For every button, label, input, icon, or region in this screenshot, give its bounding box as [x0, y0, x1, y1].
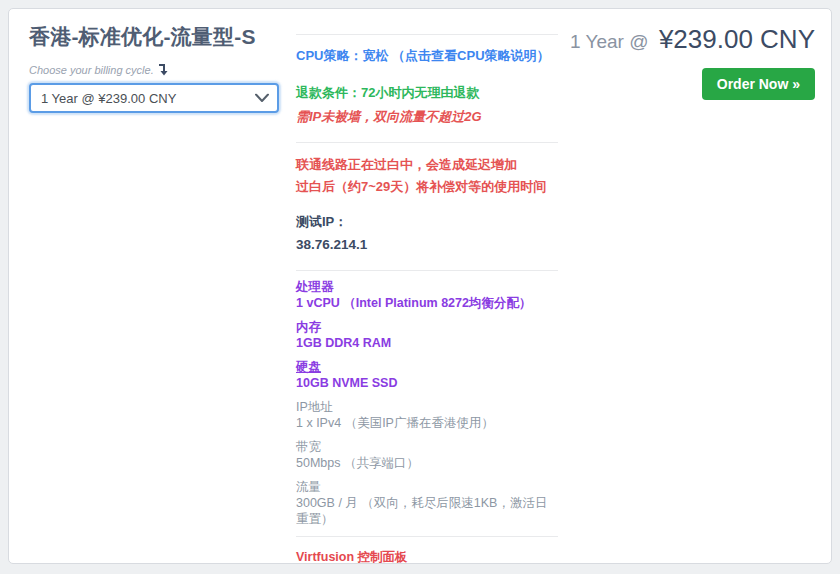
divider	[296, 270, 558, 271]
price-cycle: 1 Year @	[570, 31, 648, 52]
level-down-icon	[158, 64, 169, 76]
product-card: 香港-标准优化-流量型-S Choose your billing cycle.…	[8, 8, 832, 564]
product-details-column: CPU策略：宽松 （点击查看CPU策略说明） 退款条件：72小时内无理由退款 需…	[296, 9, 558, 563]
billing-caption: Choose your billing cycle.	[29, 64, 279, 76]
spec-disk-label[interactable]: 硬盘	[296, 359, 558, 375]
test-ip-value: 38.76.214.1	[296, 237, 558, 254]
spec-ram-label: 内存	[296, 319, 558, 335]
divider	[296, 34, 558, 35]
billing-caption-text: Choose your billing cycle.	[29, 64, 154, 76]
billing-column: 香港-标准优化-流量型-S Choose your billing cycle.…	[29, 9, 279, 563]
refund-condition-line: 需IP未被墙，双向流量不超过2G	[296, 109, 558, 125]
spec-bandwidth-label: 带宽	[296, 439, 558, 455]
spec-ram: 内存 1GB DDR4 RAM	[296, 319, 558, 351]
cpu-policy-line: CPU策略：宽松 （点击查看CPU策略说明）	[296, 48, 558, 64]
spec-disk-value: 10GB NVME SSD	[296, 375, 558, 391]
spec-ram-value: 1GB DDR4 RAM	[296, 335, 558, 351]
refund-policy-line: 退款条件：72小时内无理由退款	[296, 85, 558, 101]
product-title: 香港-标准优化-流量型-S	[29, 23, 279, 51]
pricing-column: 1 Year @ ¥239.00 CNY Order Now »	[558, 9, 815, 563]
divider	[296, 142, 558, 143]
cpu-policy-label: CPU策略：宽松	[296, 48, 388, 63]
billing-cycle-select[interactable]: 1 Year @ ¥239.00 CNY	[29, 83, 279, 113]
price-line: 1 Year @ ¥239.00 CNY	[558, 24, 815, 55]
spec-bandwidth: 带宽 50Mbps （共享端口）	[296, 439, 558, 471]
billing-cycle-select-wrap: 1 Year @ ¥239.00 CNY	[29, 83, 279, 113]
spec-cpu-value: 1 vCPU （Intel Platinum 8272均衡分配）	[296, 295, 558, 311]
order-now-button[interactable]: Order Now »	[702, 68, 815, 100]
price-amount: ¥239.00 CNY	[659, 24, 815, 54]
spec-traffic: 流量 300GB / 月 （双向，耗尽后限速1KB，激活日重置）	[296, 479, 558, 527]
spec-ip: IP地址 1 x IPv4 （美国IP广播在香港使用）	[296, 399, 558, 431]
spec-cpu-label: 处理器	[296, 279, 558, 295]
spec-ip-value: 1 x IPv4 （美国IP广播在香港使用）	[296, 415, 558, 431]
spec-disk: 硬盘 10GB NVME SSD	[296, 359, 558, 391]
spec-bandwidth-value: 50Mbps （共享端口）	[296, 455, 558, 471]
divider	[296, 536, 558, 537]
spec-ip-label: IP地址	[296, 399, 558, 415]
spec-traffic-value: 300GB / 月 （双向，耗尽后限速1KB，激活日重置）	[296, 495, 558, 527]
spec-traffic-label: 流量	[296, 479, 558, 495]
test-ip-label: 测试IP：	[296, 214, 558, 230]
network-notice-line1: 联通线路正在过白中，会造成延迟增加	[296, 157, 558, 173]
control-panel-line: Virtfusion 控制面板	[296, 549, 558, 564]
cpu-policy-link[interactable]: （点击查看CPU策略说明）	[392, 48, 549, 63]
network-notice-line2: 过白后（约7~29天）将补偿对等的使用时间	[296, 179, 558, 195]
spec-cpu: 处理器 1 vCPU （Intel Platinum 8272均衡分配）	[296, 279, 558, 311]
